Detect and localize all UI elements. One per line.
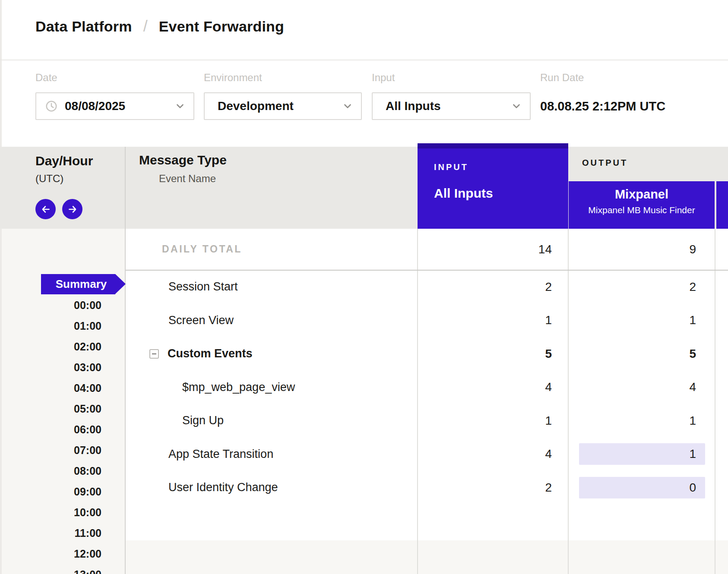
output-count: 5: [689, 347, 696, 361]
mismatch-highlight-cell: 0: [568, 481, 715, 495]
table-row: User Identity Change 2 0: [125, 471, 728, 505]
date-filter-label: Date: [35, 72, 57, 84]
event-name-subtitle: Event Name: [159, 173, 216, 185]
day-hour-timezone: (UTC): [35, 173, 63, 185]
event-label: App State Transition: [125, 448, 418, 461]
chevron-down-icon[interactable]: [511, 101, 522, 112]
input-count: 1: [418, 313, 568, 327]
table-row: Screen View 1 1: [125, 304, 728, 337]
hour-slot-1300[interactable]: 13:00: [2, 568, 101, 574]
summary-badge-label: Summary: [41, 274, 115, 294]
hour-slot-0400[interactable]: 04:00: [2, 381, 101, 395]
breadcrumb-section[interactable]: Data Platform: [35, 18, 132, 35]
hour-slot-0900[interactable]: 09:00: [2, 485, 101, 498]
day-hour-column-title: Day/Hour: [35, 154, 93, 168]
hour-slot-0600[interactable]: 06:00: [2, 423, 101, 436]
output-count: 2: [689, 280, 696, 294]
daily-total-label: DAILY TOTAL: [125, 243, 418, 255]
environment-filter-label: Environment: [204, 72, 262, 84]
hour-slot-0800[interactable]: 08:00: [2, 464, 101, 478]
event-label: User Identity Change: [125, 481, 418, 494]
output-count: 1: [689, 414, 696, 428]
chevron-down-icon[interactable]: [342, 101, 353, 112]
input-column-header: INPUT All Inputs: [418, 143, 568, 229]
date-dropdown-value: 08/08/2025: [65, 99, 174, 113]
topbar-divider: [0, 60, 728, 60]
hour-slot-1000[interactable]: 10:00: [2, 505, 101, 519]
hour-slot-1200[interactable]: 12:00: [2, 547, 101, 561]
run-date-value: 08.08.25 2:12PM UTC: [540, 92, 665, 120]
breadcrumb: Data Platform / Event Forwarding: [35, 15, 284, 38]
output-count: 1: [689, 313, 696, 327]
date-dropdown[interactable]: 08/08/2025: [35, 92, 194, 120]
day-pager: [35, 199, 82, 219]
table-row: App State Transition 4 1: [125, 438, 728, 471]
event-label: Custom Events: [168, 347, 253, 360]
output-connector-header[interactable]: Mixpanel Mixpanel MB Music Finder: [569, 181, 715, 229]
input-filter-label: Input: [372, 72, 395, 84]
input-dropdown-value: All Inputs: [386, 99, 511, 113]
clock-icon: [45, 100, 58, 113]
input-count: 2: [418, 280, 568, 294]
input-group-label: INPUT: [434, 162, 568, 172]
summary-badge-arrow: [115, 274, 126, 294]
event-label: Sign Up: [125, 414, 418, 427]
previous-day-button[interactable]: [35, 199, 56, 219]
input-count: 4: [418, 447, 568, 461]
daily-total-input-value: 14: [418, 243, 568, 256]
table-footer-area: [126, 540, 728, 574]
daily-total-row: DAILY TOTAL 14 9: [125, 229, 728, 270]
output-count: 4: [689, 380, 696, 394]
output-count: 0: [689, 481, 696, 495]
input-count: 5: [418, 347, 568, 361]
input-count: 1: [418, 414, 568, 428]
hour-slot-0100[interactable]: 01:00: [2, 319, 101, 333]
summary-row-badge[interactable]: Summary: [41, 274, 126, 294]
run-date-label: Run Date: [540, 72, 584, 84]
arrow-right-icon: [67, 204, 78, 215]
hour-slot-0700[interactable]: 07:00: [2, 443, 101, 457]
output-connector-subtitle: Mixpanel MB Music Finder: [569, 205, 715, 215]
hour-slot-1100[interactable]: 11:00: [2, 526, 101, 540]
breadcrumb-divider: /: [143, 17, 148, 35]
table-row: Custom Events 5 5: [125, 337, 728, 371]
input-column-name: All Inputs: [434, 186, 568, 201]
output-connector-name: Mixpanel: [569, 187, 715, 202]
message-type-column-title: Message Type: [139, 153, 227, 167]
arrow-left-icon: [40, 204, 51, 215]
hour-slot-0000[interactable]: 00:00: [2, 298, 101, 312]
event-label: $mp_web_page_view: [125, 381, 418, 394]
input-count: 2: [418, 481, 568, 495]
next-output-column-stub: [716, 181, 728, 229]
event-forwarding-page: Data Platform / Event Forwarding Date En…: [0, 0, 728, 574]
daily-total-output-value: 9: [689, 243, 696, 256]
page-title: Event Forwarding: [159, 18, 284, 35]
collapse-minus-icon[interactable]: [149, 349, 159, 359]
chevron-down-icon[interactable]: [174, 101, 186, 112]
environment-dropdown-value: Development: [218, 99, 342, 113]
output-group-label: OUTPUT: [582, 158, 628, 168]
next-day-button[interactable]: [62, 199, 82, 219]
hour-slot-0500[interactable]: 05:00: [2, 402, 101, 416]
environment-dropdown[interactable]: Development: [204, 92, 362, 120]
table-row: $mp_web_page_view 4 4: [125, 371, 728, 404]
hour-slot-0300[interactable]: 03:00: [2, 360, 101, 374]
event-label: Session Start: [125, 280, 418, 293]
input-dropdown[interactable]: All Inputs: [372, 92, 531, 120]
input-count: 4: [418, 380, 568, 394]
output-count: 1: [689, 447, 696, 461]
event-label: Screen View: [125, 314, 418, 327]
table-row: Session Start 2 2: [125, 270, 728, 304]
table-row: Sign Up 1 1: [125, 404, 728, 438]
hour-slot-0200[interactable]: 02:00: [2, 340, 101, 353]
mismatch-highlight-cell: 1: [568, 447, 715, 461]
